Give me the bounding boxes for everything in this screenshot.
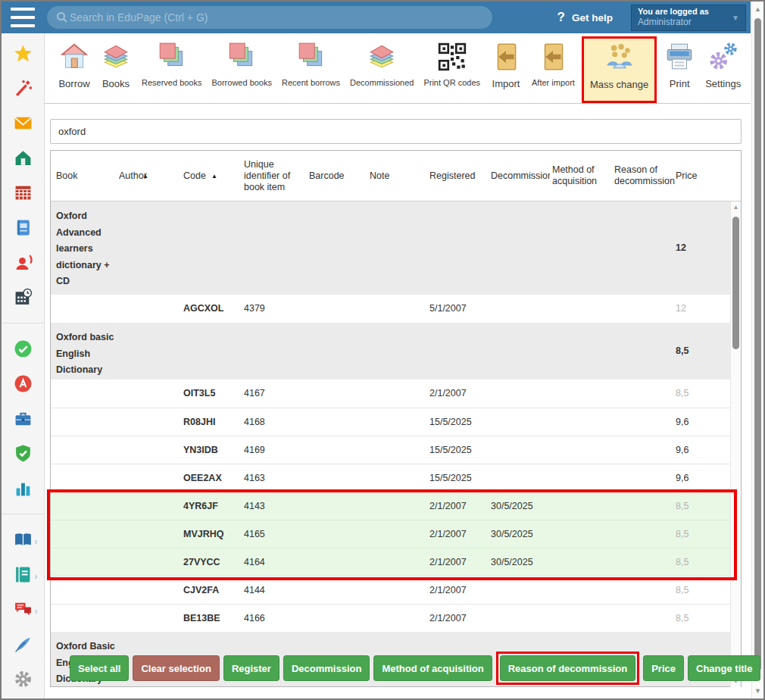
global-search[interactable] [47, 6, 492, 29]
global-search-input[interactable] [68, 11, 483, 24]
gears-icon [707, 41, 739, 73]
toolbar-borrowed-books[interactable]: Borrowed books [208, 39, 277, 89]
table-row[interactable]: OEE2AX 4163 15/5/2025 9,6 [51, 464, 732, 492]
table-row[interactable]: YN3IDB 4169 15/5/2025 9,6 [51, 436, 732, 464]
column-unique-identifier[interactable]: Unique identifier of book item [244, 151, 306, 201]
column-decommissioned[interactable]: Decommissioned [491, 151, 550, 201]
scroll-down-icon[interactable]: ▼ [752, 687, 763, 695]
cell-unique-identifier: 4379 [244, 295, 306, 323]
search-icon [56, 11, 68, 23]
cell-price: 8,5 [676, 380, 721, 408]
book-filter-input[interactable] [50, 119, 742, 144]
chat-bubbles-icon[interactable]: › [14, 600, 33, 619]
toolbar-after-import[interactable]: After import [527, 39, 579, 89]
logged-role: Administrator [638, 17, 732, 28]
cell-unique-identifier: 4168 [244, 408, 306, 436]
grade-marker-icon[interactable] [14, 374, 33, 393]
cell-unique-identifier: 4163 [244, 464, 306, 492]
table-row-selected[interactable]: 4YR6JF 4143 2/1/2007 30/5/2025 8,5 [51, 492, 732, 520]
calendar-grid-icon[interactable] [14, 183, 33, 202]
price-button[interactable]: Price [643, 655, 684, 681]
cell-decommissioned: 30/5/2025 [491, 520, 550, 548]
shield-check-icon[interactable] [14, 444, 33, 463]
cell-book-title: Oxford Advanced learners dictionary + CD [56, 202, 117, 295]
table-row-selected[interactable]: 27VYCC 4164 2/1/2007 30/5/2025 8,5 [51, 548, 732, 576]
notebook-icon[interactable] [14, 218, 33, 237]
column-registered[interactable]: Registered [429, 151, 488, 201]
table-group-row[interactable]: Oxford basic English Dictionary 8,5 [51, 323, 732, 380]
cell-decommissioned [491, 577, 550, 604]
toolbar-settings[interactable]: Settings [701, 39, 745, 92]
table-scrollbar-thumb[interactable] [732, 217, 739, 349]
table-row[interactable]: R08JHI 4168 15/5/2025 9,6 [51, 408, 732, 436]
column-price[interactable]: Price [676, 151, 721, 201]
table-header: Book▲ Author▲ Code Unique identifier of … [51, 151, 741, 202]
method-of-acquisition-button[interactable]: Method of acquisition [373, 655, 492, 681]
pen-icon[interactable] [14, 635, 33, 654]
hamburger-menu-icon[interactable] [11, 6, 36, 29]
toolbar-reserved-books[interactable]: Reserved books [137, 39, 207, 89]
toolbar-print-qr-codes[interactable]: Print QR codes [419, 39, 485, 89]
column-note[interactable]: Note [370, 151, 426, 201]
cell-code: YN3IDB [183, 436, 241, 464]
column-barcode[interactable]: Barcode [309, 151, 367, 201]
cell-price: 8,5 [676, 520, 721, 548]
register-button[interactable]: Register [223, 655, 279, 681]
toolbar-decommissioned[interactable]: Decommissioned [345, 39, 418, 89]
toolbar-print[interactable]: Print [659, 39, 700, 92]
cell-price: 12 [676, 202, 721, 295]
table-row[interactable]: AGCXOL 4379 5/1/2007 12 [51, 295, 732, 323]
envelope-icon[interactable] [14, 114, 33, 133]
table-row[interactable]: OIT3L5 4167 2/1/2007 8,5 [51, 380, 732, 408]
get-help-link[interactable]: Get help [572, 12, 613, 23]
cell-decommissioned [491, 295, 550, 323]
table-row[interactable]: CJV2FA 4144 2/1/2007 8,5 [51, 576, 732, 604]
cell-book-title: Oxford basic English Dictionary [56, 323, 117, 380]
reason-of-decommission-button[interactable]: Reason of decommission [500, 655, 635, 681]
logged-in-user-dropdown[interactable]: You are logged as Administrator ▼ [631, 5, 746, 31]
toolbar-recent-borrows[interactable]: Recent borrows [277, 39, 345, 89]
cell-unique-identifier: 4166 [244, 605, 306, 632]
check-circle-icon[interactable] [14, 339, 33, 358]
scroll-up-icon[interactable]: ▲ [752, 5, 763, 13]
page-scrollbar-thumb[interactable] [754, 18, 761, 671]
magic-wand-icon[interactable] [14, 79, 33, 98]
gear-icon[interactable] [14, 670, 33, 689]
column-code[interactable]: Code [183, 151, 241, 201]
home-icon[interactable] [14, 148, 33, 167]
cell-decommissioned [491, 380, 550, 408]
column-reason-of-decommission[interactable]: Reason of decommission [614, 151, 676, 201]
star-icon[interactable] [14, 44, 33, 63]
select-all-button[interactable]: Select all [70, 655, 129, 681]
calendar-clock-icon[interactable] [14, 288, 33, 307]
document-book-icon[interactable]: › [14, 565, 33, 584]
table-group-row[interactable]: Oxford Advanced learners dictionary + CD… [51, 202, 732, 295]
cell-price: 8,5 [676, 577, 721, 604]
toolbar-borrow[interactable]: Borrow [54, 39, 95, 92]
cell-registered: 2/1/2007 [429, 492, 488, 520]
cell-price: 9,6 [676, 408, 721, 436]
open-book-icon[interactable]: › [14, 530, 33, 549]
bar-chart-icon[interactable] [14, 479, 33, 498]
cell-unique-identifier: 4169 [244, 436, 306, 464]
toolbar-import[interactable]: Import [486, 39, 526, 92]
briefcase-icon[interactable] [14, 409, 33, 428]
table-row[interactable]: BE13BE 4166 2/1/2007 8,5 [51, 604, 732, 632]
page-scrollbar[interactable]: ▲ ▼ [751, 2, 763, 698]
table-scrollbar[interactable]: ▲ ▼ [730, 202, 741, 687]
cell-registered: 2/1/2007 [429, 577, 488, 604]
stacked-squares-icon [295, 41, 327, 73]
scroll-up-icon[interactable]: ▲ [731, 204, 741, 211]
column-method-of-acquisition[interactable]: Method of acquisition [552, 151, 613, 201]
clear-selection-button[interactable]: Clear selection [133, 655, 220, 681]
person-undo-icon[interactable] [14, 253, 33, 272]
table-row-selected[interactable]: MVJRHQ 4165 2/1/2007 30/5/2025 8,5 [51, 520, 732, 548]
toolbar-mass-change[interactable]: Mass change [582, 36, 657, 103]
decommission-button[interactable]: Decommission [283, 655, 370, 681]
change-title-button[interactable]: Change title [688, 655, 760, 681]
toolbar-books[interactable]: Books [95, 39, 136, 92]
cell-registered: 15/5/2025 [429, 408, 488, 436]
caret-down-icon: ▼ [732, 14, 739, 22]
help-icon[interactable]: ? [557, 10, 565, 25]
cell-decommissioned [491, 464, 550, 492]
